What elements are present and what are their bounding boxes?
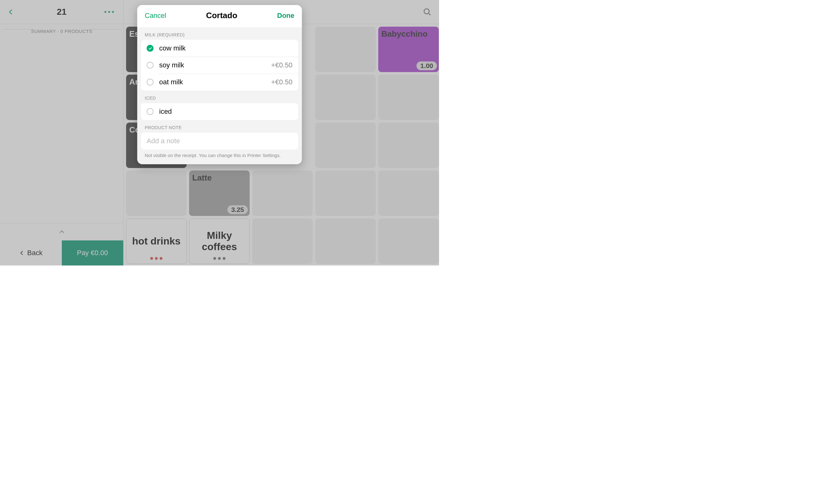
option-price: +€0.50: [271, 61, 293, 69]
radio-selected-icon: [147, 45, 154, 52]
option-group: cow milksoy milk+€0.50oat milk+€0.50: [141, 40, 298, 91]
option-label: oat milk: [159, 78, 183, 86]
option-group-label: MILK (REQUIRED): [137, 27, 302, 40]
radio-icon: [147, 108, 154, 115]
note-section-label: PRODUCT NOTE: [137, 120, 302, 132]
modal-header: Cancel Cortado Done: [137, 5, 302, 27]
option-price: +€0.50: [271, 78, 293, 86]
note-hint: Not visible on the receipt. You can chan…: [137, 150, 302, 164]
radio-icon: [147, 62, 154, 69]
option-row[interactable]: soy milk+€0.50: [141, 57, 298, 74]
radio-icon: [147, 79, 154, 85]
option-row[interactable]: cow milk: [141, 40, 298, 57]
option-label: soy milk: [159, 61, 184, 69]
modal-title: Cortado: [206, 11, 237, 20]
note-input-wrapper: [141, 132, 298, 150]
option-group-label: ICED: [137, 91, 302, 103]
option-group: iced: [141, 103, 298, 120]
option-label: cow milk: [159, 44, 186, 52]
cancel-button[interactable]: Cancel: [145, 11, 166, 20]
option-label: iced: [159, 107, 172, 116]
product-options-modal: Cancel Cortado Done MILK (REQUIRED)cow m…: [137, 5, 302, 164]
note-input[interactable]: [147, 137, 293, 145]
done-button[interactable]: Done: [277, 11, 294, 20]
option-row[interactable]: oat milk+€0.50: [141, 74, 298, 91]
option-row[interactable]: iced: [141, 103, 298, 120]
